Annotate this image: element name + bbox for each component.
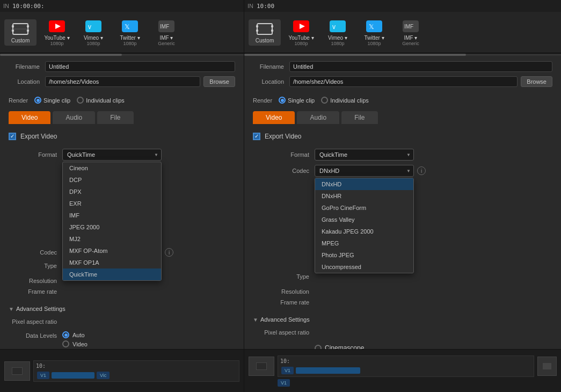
- data-auto-left[interactable]: Auto: [62, 331, 88, 338]
- dropdown-mxfopaton[interactable]: MXF OP-Atom: [63, 245, 161, 257]
- timeline-left: 10: V1 Vic: [33, 360, 239, 382]
- youtube-icon-left: [47, 19, 67, 34]
- preset-imf-left[interactable]: IMF IMF ▾ Generic: [150, 17, 183, 48]
- codec-info-icon-right[interactable]: i: [417, 166, 426, 175]
- individual-clips-radio-left[interactable]: Individual clips: [77, 97, 125, 104]
- type-row-right: Type: [253, 273, 552, 280]
- preset-imf-right[interactable]: IMF IMF ▾ Generic: [395, 17, 427, 48]
- browse-button-left[interactable]: Browse: [203, 76, 235, 87]
- codec-uncompressed[interactable]: Uncompressed: [315, 261, 413, 273]
- dropdown-dpx[interactable]: DPX: [63, 186, 161, 198]
- pixel-aspect-row-right: Pixel aspect ratio: [253, 329, 552, 336]
- single-clip-label-right: Single clip: [288, 97, 315, 104]
- dropdown-jpeg2000[interactable]: JPEG 2000: [63, 221, 161, 233]
- preset-twitter-right[interactable]: 𝕏 Twitter ▾ 1080p: [358, 17, 390, 48]
- preset-youtube-label-left: YouTube ▾: [44, 35, 69, 41]
- dropdown-mj2[interactable]: MJ2: [63, 233, 161, 245]
- chevron-icon-left: ▼: [9, 306, 14, 312]
- tab-bar-right: Video Audio File: [244, 109, 561, 124]
- data-auto-btn-left[interactable]: [62, 331, 69, 338]
- left-top-bar: IN 10:00:00:: [0, 0, 244, 12]
- filename-input-right[interactable]: [289, 61, 552, 72]
- preset-youtube-label-right: YouTube ▾: [288, 35, 314, 41]
- settings-grid-left: Format QuickTime Cineon DCP DPX EXR IMF …: [0, 147, 244, 275]
- codec-dropdown-right: DNxHD DNxHR GoPro CineForm Grass Valley …: [315, 178, 414, 273]
- filename-input-left[interactable]: [45, 61, 235, 72]
- format-select-right[interactable]: QuickTime: [315, 149, 414, 161]
- pixel-aspect-label-right: Pixel aspect ratio: [253, 329, 315, 336]
- dropdown-mxfop1a[interactable]: MXF OP1A: [63, 257, 161, 268]
- preset-vimeo-label-right: Vimeo ▾: [328, 35, 347, 41]
- svg-rect-16: [257, 24, 272, 34]
- track-v1-label-right: V1: [278, 379, 290, 387]
- tab-audio-left[interactable]: Audio: [53, 111, 95, 124]
- svg-text:IMF: IMF: [160, 24, 169, 30]
- tab-video-right[interactable]: Video: [253, 111, 295, 124]
- preset-twitter-left[interactable]: 𝕏 Twitter ▾ 1080p: [114, 17, 146, 48]
- svg-rect-15: [12, 368, 22, 374]
- single-clip-radio-left[interactable]: Single clip: [34, 97, 70, 104]
- preset-vimeo-right[interactable]: v Vimeo ▾ 1080p: [322, 17, 354, 48]
- location-label-left: Location: [9, 78, 45, 85]
- tab-file-right[interactable]: File: [341, 111, 377, 124]
- single-clip-radio-right[interactable]: Single clip: [279, 97, 315, 104]
- advanced-settings-label-left: Advanced Settings: [16, 306, 65, 312]
- preset-custom-right[interactable]: Custom: [249, 19, 281, 46]
- advanced-settings-header-right[interactable]: ▼ Advanced Settings: [244, 312, 561, 327]
- preset-youtube-sub-left: 1080p: [50, 41, 63, 46]
- tab-file-left[interactable]: File: [97, 111, 133, 124]
- pixel-aspect-row-left: Pixel aspect ratio: [9, 318, 235, 325]
- codec-mpeg[interactable]: MPEG: [315, 237, 413, 249]
- render-radio-group-left: Single clip Individual clips: [34, 97, 125, 104]
- dropdown-quicktime[interactable]: QuickTime: [63, 268, 161, 280]
- codec-grassvalley[interactable]: Grass Valley: [315, 214, 413, 226]
- codec-dnxhr[interactable]: DNxHR: [315, 190, 413, 202]
- side-preview-right: [537, 357, 557, 376]
- individual-clips-btn-left[interactable]: [77, 97, 84, 104]
- data-video-btn-left[interactable]: [62, 340, 69, 347]
- browse-button-right[interactable]: Browse: [521, 76, 552, 87]
- codec-select-right[interactable]: DNxHD: [315, 165, 414, 177]
- dropdown-cineon[interactable]: Cineon: [63, 162, 161, 174]
- tab-video-left[interactable]: Video: [9, 111, 50, 124]
- individual-clips-radio-right[interactable]: Individual clips: [321, 97, 369, 104]
- export-video-row-left: Export Video: [0, 129, 244, 143]
- svg-rect-31: [543, 363, 551, 369]
- codec-photojpeg[interactable]: Photo JPEG: [315, 249, 413, 261]
- codec-kakadu[interactable]: Kakadu JPEG 2000: [315, 226, 413, 237]
- data-video-left[interactable]: Video: [62, 340, 88, 347]
- track-row-right: V1: [278, 367, 360, 374]
- preset-vimeo-left[interactable]: v Vimeo ▾ 1080p: [77, 17, 110, 48]
- render-radio-group-right: Single clip Individual clips: [279, 97, 369, 104]
- svg-text:v: v: [88, 23, 91, 31]
- single-clip-btn-left[interactable]: [34, 97, 41, 104]
- right-top-bar: IN 10:00: [244, 0, 561, 12]
- dropdown-exr[interactable]: EXR: [63, 198, 161, 209]
- dropdown-dcp[interactable]: DCP: [63, 174, 161, 186]
- location-input-left[interactable]: [45, 76, 200, 87]
- individual-clips-btn-right[interactable]: [321, 97, 328, 104]
- advanced-settings-header-left[interactable]: ▼ Advanced Settings: [0, 301, 244, 316]
- export-video-checkbox-left[interactable]: [9, 133, 16, 140]
- settings-grid-right-2: Resolution Frame rate: [244, 286, 561, 312]
- codec-gopro[interactable]: GoPro CineForm: [315, 202, 413, 214]
- dropdown-imf[interactable]: IMF: [63, 209, 161, 221]
- resolution-label-right: Resolution: [253, 288, 315, 295]
- vimeo-icon-right: v: [328, 19, 347, 34]
- track-row-left: V1 Vic: [34, 372, 110, 379]
- svg-text:𝕏: 𝕏: [125, 23, 130, 31]
- scroll-thumb-right: [244, 54, 466, 56]
- tab-audio-right[interactable]: Audio: [297, 111, 339, 124]
- frame-rate-label-right: Frame rate: [253, 299, 315, 306]
- preset-youtube-right[interactable]: YouTube ▾ 1080p: [285, 17, 317, 48]
- location-input-right[interactable]: [289, 76, 518, 87]
- single-clip-btn-right[interactable]: [279, 97, 286, 104]
- preset-custom-left[interactable]: Custom: [4, 19, 37, 46]
- export-video-checkbox-right[interactable]: [253, 133, 260, 140]
- preset-youtube-left[interactable]: YouTube ▾ 1080p: [41, 17, 73, 48]
- preset-twitter-label-left: Twitter ▾: [120, 35, 140, 41]
- codec-dnxhd[interactable]: DNxHD: [315, 178, 413, 190]
- preset-custom-label-left: Custom: [11, 38, 30, 43]
- codec-info-icon-left[interactable]: i: [165, 248, 173, 257]
- format-select-left[interactable]: QuickTime: [62, 149, 162, 161]
